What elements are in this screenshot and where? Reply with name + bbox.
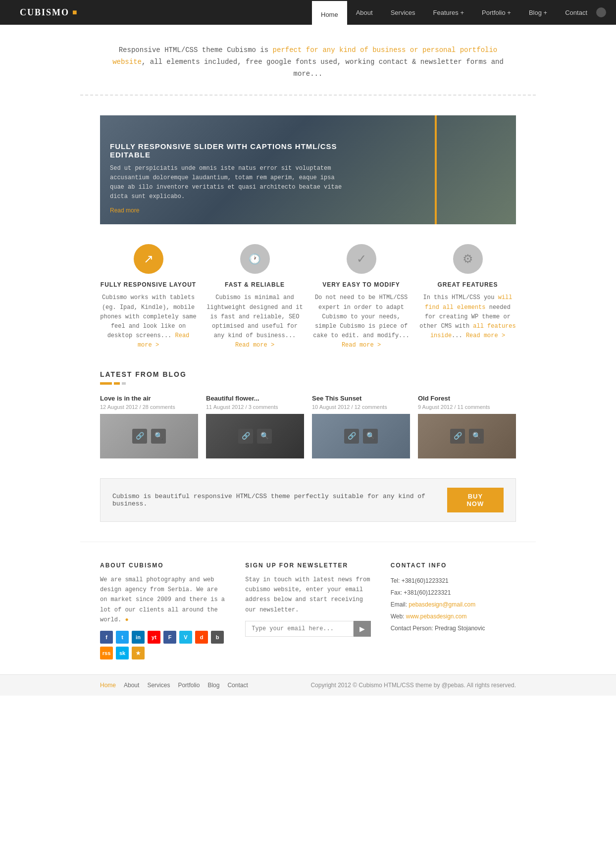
feature-title-fast: FAST & RELIABLE bbox=[206, 281, 303, 288]
blog-grid: Love is in the air 12 August 2012 / 28 c… bbox=[100, 395, 516, 458]
nav-item-contact[interactable]: Contact bbox=[556, 0, 596, 25]
blog-link-icon-2[interactable]: 🔗 bbox=[238, 429, 253, 444]
social-icons: f t in yt F V d b rss sk ★ bbox=[100, 631, 225, 659]
feature-read-more-easy[interactable]: Read more > bbox=[342, 342, 381, 349]
blog-search-icon-2[interactable]: 🔍 bbox=[257, 429, 272, 444]
nav-item-home[interactable]: Home bbox=[312, 1, 347, 28]
blog-search-icon-1[interactable]: 🔍 bbox=[151, 429, 166, 444]
contact-tel: Tel: +381(60)1223321 bbox=[391, 575, 516, 587]
slider: FULLY RESPONSIVE SLIDER WITH CAPTIONS HT… bbox=[100, 115, 516, 224]
footer-nav-services[interactable]: Services bbox=[147, 682, 170, 689]
blog-meta-3: 10 August 2012 / 12 comments bbox=[312, 404, 410, 410]
feature-read-more-fast[interactable]: Read more > bbox=[235, 342, 274, 349]
nav-item-portfolio[interactable]: Portfolio + bbox=[473, 0, 520, 25]
feature-icon-fast: 🕐 bbox=[240, 244, 270, 274]
buy-banner-text: Cubismo is beautiful responsive HTML/CSS… bbox=[112, 493, 447, 507]
social-icon-facebook[interactable]: f bbox=[100, 631, 113, 644]
social-icon-skype[interactable]: sk bbox=[116, 647, 129, 659]
newsletter-input[interactable] bbox=[245, 621, 353, 637]
social-icon-youtube[interactable]: yt bbox=[148, 631, 160, 644]
blog-thumb-4: 🔗 🔍 bbox=[418, 414, 516, 458]
contact-web-link[interactable]: www.pebasdesign.com bbox=[406, 613, 467, 620]
feature-read-more-great[interactable]: Read more > bbox=[466, 332, 505, 339]
blog-search-icon-4[interactable]: 🔍 bbox=[469, 429, 484, 444]
feature-responsive: ↗ FULLY RESPONSIVE LAYOUT Cubismo works … bbox=[100, 244, 197, 350]
blog-link-icon-1[interactable]: 🔗 bbox=[132, 429, 147, 444]
footer: ABOUT CUBISMO We are small photography a… bbox=[0, 542, 616, 696]
blog-thumb-2: 🔗 🔍 bbox=[206, 414, 304, 458]
feature-icon-responsive: ↗ bbox=[134, 244, 163, 274]
slider-title: FULLY RESPONSIVE SLIDER WITH CAPTIONS HT… bbox=[110, 142, 348, 159]
social-icon-fb2[interactable]: F bbox=[163, 631, 176, 644]
nav-item-about[interactable]: About bbox=[347, 0, 382, 25]
footer-about: ABOUT CUBISMO We are small photography a… bbox=[100, 562, 225, 660]
blog-title-2: Beautiful flower... bbox=[206, 395, 304, 402]
social-icon-vimeo[interactable]: V bbox=[179, 631, 192, 644]
feature-text-responsive: Cubismo works with tablets (eg. Ipad, Ki… bbox=[100, 293, 197, 350]
blog-thumb-icons-1: 🔗 🔍 bbox=[132, 429, 166, 444]
newsletter-submit[interactable]: ▶ bbox=[354, 621, 371, 637]
social-icon-rss[interactable]: rss bbox=[100, 647, 113, 659]
blog-meta-1: 12 August 2012 / 28 comments bbox=[100, 404, 198, 410]
nav-item-features[interactable]: Features + bbox=[424, 0, 473, 25]
newsletter-input-row: ▶ bbox=[245, 621, 370, 637]
feature-title-great: GREAT FEATURES bbox=[419, 281, 516, 288]
blog-item-2: Beautiful flower... 11 August 2012 / 3 c… bbox=[206, 395, 304, 458]
slider-read-more[interactable]: Read more bbox=[110, 207, 139, 214]
feature-text-fast: Cubismo is minimal and lightweight desig… bbox=[206, 293, 303, 350]
blog-thumb-icons-2: 🔗 🔍 bbox=[238, 429, 272, 444]
feature-fast: 🕐 FAST & RELIABLE Cubismo is minimal and… bbox=[206, 244, 303, 350]
feature-text-great: In this HTML/CSS you will find all eleme… bbox=[419, 293, 516, 341]
footer-contact: CONTACT INFO Tel: +381(60)1223321 Fax: +… bbox=[391, 562, 516, 660]
title-bar bbox=[100, 382, 516, 385]
social-icon-deviant[interactable]: d bbox=[195, 631, 208, 644]
hero-section: Responsive HTML/CSS theme Cubismo is per… bbox=[80, 45, 536, 96]
slider-content: FULLY RESPONSIVE SLIDER WITH CAPTIONS HT… bbox=[110, 142, 348, 215]
contact-email-link[interactable]: pebasdesign@gmail.com bbox=[409, 601, 475, 608]
feature-read-more-responsive[interactable]: Read more > bbox=[138, 332, 189, 349]
slider-background: FULLY RESPONSIVE SLIDER WITH CAPTIONS HT… bbox=[100, 115, 516, 224]
hero-text-before: Responsive HTML/CSS theme Cubismo is bbox=[119, 46, 273, 54]
blog-search-icon-3[interactable]: 🔍 bbox=[363, 429, 378, 444]
blog-thumb-3: 🔗 🔍 bbox=[312, 414, 410, 458]
footer-nav-contact[interactable]: Contact bbox=[227, 682, 248, 689]
footer-contact-title: CONTACT INFO bbox=[391, 562, 516, 569]
footer-bottom-inner: Home About Services Portfolio Blog Conta… bbox=[80, 675, 536, 696]
footer-newsletter-title: SIGN UP FOR NEWSLETTER bbox=[245, 562, 370, 569]
social-icon-twitter[interactable]: t bbox=[116, 631, 129, 644]
blog-title-3: See This Sunset bbox=[312, 395, 410, 402]
social-icon-linkedin[interactable]: in bbox=[132, 631, 145, 644]
nav-item-blog[interactable]: Blog + bbox=[520, 0, 556, 25]
footer-about-text: We are small photography and web design … bbox=[100, 575, 225, 625]
blog-meta-4: 9 August 2012 / 11 comments bbox=[418, 404, 516, 410]
contact-email: Email: pebasdesign@gmail.com bbox=[391, 599, 516, 610]
feature-text-easy: Do not need to be HTML/CSS expert in ord… bbox=[313, 293, 410, 350]
nav-links: Home About Services Features + Portfolio… bbox=[312, 0, 596, 25]
nav-toggle[interactable] bbox=[596, 7, 606, 17]
blog-item-3: See This Sunset 10 August 2012 / 12 comm… bbox=[312, 395, 410, 458]
logo-icon: ■ bbox=[72, 8, 78, 17]
footer-top: ABOUT CUBISMO We are small photography a… bbox=[80, 542, 536, 675]
feature-great: ⚙ GREAT FEATURES In this HTML/CSS you wi… bbox=[419, 244, 516, 350]
features-section: ↗ FULLY RESPONSIVE LAYOUT Cubismo works … bbox=[80, 244, 536, 350]
footer-about-link[interactable]: ● bbox=[125, 616, 128, 623]
buy-now-button[interactable]: BUY NOW bbox=[447, 488, 504, 512]
footer-nav-blog[interactable]: Blog bbox=[207, 682, 219, 689]
footer-nav-portfolio[interactable]: Portfolio bbox=[178, 682, 200, 689]
feature-icon-easy: ✓ bbox=[347, 244, 376, 274]
social-icon-behance[interactable]: b bbox=[211, 631, 224, 644]
buy-banner-inner: Cubismo is beautiful responsive HTML/CSS… bbox=[100, 478, 516, 522]
blog-item-4: Old Forest 9 August 2012 / 11 comments 🔗… bbox=[418, 395, 516, 458]
footer-nav-about[interactable]: About bbox=[124, 682, 139, 689]
nav-item-services[interactable]: Services bbox=[382, 0, 424, 25]
blog-thumb-icons-3: 🔗 🔍 bbox=[344, 429, 378, 444]
contact-person: Contact Person: Predrag Stojanovic bbox=[391, 622, 516, 634]
blog-link-icon-4[interactable]: 🔗 bbox=[450, 429, 465, 444]
blog-link-icon-3[interactable]: 🔗 bbox=[344, 429, 359, 444]
hero-text-after: , all elements included, free google fon… bbox=[142, 58, 504, 78]
blog-section-title: LATEST FROM BLOG bbox=[100, 370, 516, 378]
footer-nav-home[interactable]: Home bbox=[100, 682, 116, 689]
contact-web: Web: www.pebasdesign.com bbox=[391, 610, 516, 622]
social-icon-star[interactable]: ★ bbox=[132, 647, 145, 659]
bar1 bbox=[100, 382, 112, 385]
